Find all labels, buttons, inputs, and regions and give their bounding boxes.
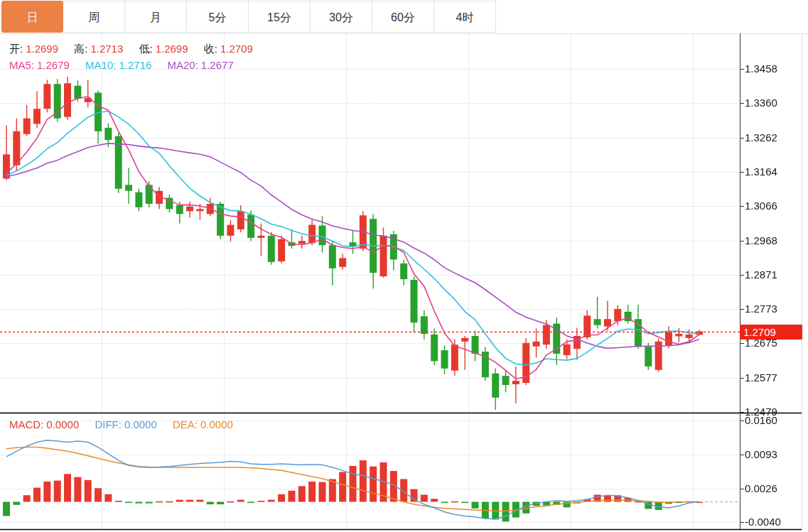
ma-readout: MA5:1.2679 MA10:1.2716 MA20:1.2677 — [9, 59, 237, 71]
price-axis-tick: 1.3360 — [745, 96, 777, 110]
tab-month[interactable]: 月 — [125, 1, 187, 33]
macd-value: 0.0000 — [46, 418, 79, 430]
tab-week[interactable]: 周 — [63, 1, 125, 33]
macd-label: MACD: — [9, 418, 43, 430]
ma20-label: MA20: — [168, 59, 198, 71]
macd-readout: MACD:0.0000 DIFF:0.0000 DEA:0.0000 — [9, 418, 236, 430]
chart-canvas[interactable] — [0, 0, 808, 532]
price-axis-tick: 1.2577 — [745, 371, 777, 385]
ma10-value: 1.2716 — [119, 59, 151, 71]
price-axis-tick: 1.3262 — [745, 131, 777, 145]
tab-15min[interactable]: 15分 — [249, 1, 311, 33]
low-value: 1.2699 — [156, 43, 188, 55]
tab-5min[interactable]: 5分 — [187, 1, 249, 33]
price-axis-tick: 1.3458 — [745, 62, 777, 76]
price-axis-tick: 1.3164 — [745, 165, 777, 179]
ma5-label: MA5: — [9, 59, 34, 71]
tab-30min[interactable]: 30分 — [311, 1, 372, 33]
dea-label: DEA: — [173, 418, 198, 430]
current-price-label: 1.2709 — [740, 325, 802, 340]
price-axis-tick: 1.2968 — [745, 234, 777, 248]
macd-axis-tick: 0.0093 — [745, 447, 777, 462]
ma10-label: MA10: — [85, 59, 116, 71]
close-label: 收: — [204, 43, 217, 55]
ma5-value: 1.2679 — [37, 59, 70, 71]
low-label: 低: — [139, 43, 152, 55]
macd-axis-tick: 0.0160 — [745, 413, 777, 428]
price-axis-tick: 1.2871 — [745, 268, 777, 282]
diff-label: DIFF: — [95, 418, 122, 430]
high-value: 1.2713 — [90, 43, 123, 55]
tab-60min[interactable]: 60分 — [372, 1, 434, 33]
price-axis-tick: 1.3066 — [745, 199, 777, 213]
close-value: 1.2709 — [220, 43, 253, 55]
diff-value: 0.0000 — [124, 418, 157, 430]
tab-4hour[interactable]: 4时 — [434, 1, 496, 33]
trading-chart-window: 日周月5分15分30分60分4时 开:1.2699 高:1.2713 低:1.2… — [0, 0, 808, 532]
open-value: 1.2699 — [26, 43, 58, 55]
timeframe-tabbar: 日周月5分15分30分60分4时 — [1, 1, 496, 33]
open-label: 开: — [9, 43, 23, 55]
macd-axis-tick: -0.0040 — [745, 515, 781, 529]
ohlc-readout: 开:1.2699 高:1.2713 低:1.2699 收:1.2709 — [9, 43, 256, 56]
macd-axis-tick: 0.0026 — [745, 482, 777, 496]
tab-day[interactable]: 日 — [1, 1, 63, 33]
high-label: 高: — [74, 43, 87, 55]
price-axis-tick: 1.2773 — [745, 302, 777, 316]
ma20-value: 1.2677 — [201, 59, 234, 71]
dea-value: 0.0000 — [200, 418, 233, 430]
